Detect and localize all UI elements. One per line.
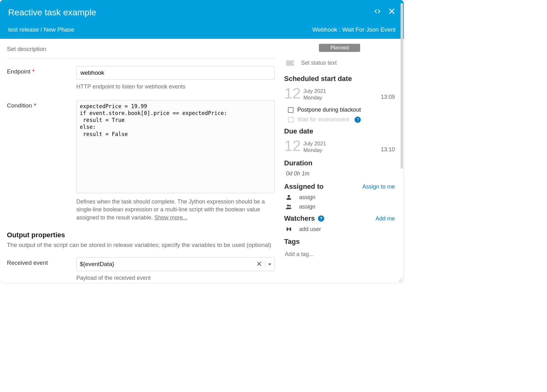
due-date-heading: Due date	[284, 127, 395, 135]
dialog-header: Reactive task example test release / New…	[0, 0, 404, 39]
task-type-label: Webhook : Wait For Json Event	[312, 26, 396, 33]
users-icon	[285, 203, 292, 210]
description-field[interactable]: Set description	[7, 46, 275, 58]
due-date-picker[interactable]: 12 July 2021 Monday 13:10	[284, 138, 395, 153]
start-date-picker[interactable]: 12 July 2021 Monday 13:09	[284, 86, 395, 101]
postpone-checkbox[interactable]	[288, 107, 294, 113]
due-date-day: 12	[284, 138, 301, 153]
due-date-time: 13:10	[381, 146, 395, 153]
watchers-heading: Watchers	[284, 214, 315, 223]
task-side-panel: Planned Scheduled start date 12 July 202…	[284, 39, 404, 283]
condition-input[interactable]	[76, 100, 275, 193]
svg-point-5	[289, 205, 291, 207]
due-date-weekday: Monday	[303, 147, 326, 153]
condition-hint: Defines when the task should complete. T…	[76, 198, 275, 222]
start-date-heading: Scheduled start date	[284, 75, 395, 83]
breadcrumb[interactable]: test release / New Phase	[8, 26, 74, 33]
assign-to-me-link[interactable]: Assign to me	[362, 183, 395, 190]
binoculars-icon	[285, 226, 292, 233]
assign-user-placeholder: assign	[299, 194, 315, 201]
status-badge: Planned	[319, 44, 360, 52]
status-text-input[interactable]	[300, 59, 363, 67]
flag-icon	[286, 60, 295, 66]
postpone-checkbox-label: Postpone during blackout	[297, 107, 361, 113]
resize-grip[interactable]	[398, 277, 402, 282]
received-event-value: ${eventData}	[80, 261, 253, 268]
received-event-label: Received event	[7, 257, 76, 282]
tags-heading: Tags	[284, 238, 395, 246]
svg-rect-6	[287, 228, 288, 231]
received-event-select[interactable]: ${eventData} ✕	[76, 257, 275, 271]
add-watcher-placeholder: add user	[299, 226, 321, 233]
endpoint-input[interactable]	[76, 66, 275, 80]
add-me-link[interactable]: Add me	[376, 215, 395, 222]
wait-env-checkbox	[288, 117, 294, 123]
assigned-to-heading: Assigned to	[284, 183, 324, 191]
svg-point-4	[287, 204, 289, 206]
code-icon[interactable]	[374, 8, 381, 15]
postpone-checkbox-row[interactable]: Postpone during blackout	[288, 107, 395, 113]
start-date-day: 12	[284, 86, 301, 101]
duration-heading: Duration	[284, 159, 395, 167]
help-icon[interactable]: ?	[318, 215, 324, 222]
endpoint-label: Endpoint*	[7, 66, 76, 91]
show-more-link[interactable]: Show more...	[154, 214, 187, 221]
svg-rect-8	[288, 229, 290, 229]
start-date-time: 13:09	[381, 94, 395, 101]
tag-input[interactable]	[284, 251, 395, 258]
svg-rect-7	[290, 228, 291, 231]
start-date-month-year: July 2021	[303, 88, 326, 94]
assign-group-placeholder: assign	[299, 204, 315, 210]
wait-env-checkbox-label: Wait for environment	[297, 116, 349, 123]
dialog-title: Reactive task example	[8, 8, 96, 18]
assign-group-row[interactable]: assign	[285, 203, 395, 210]
svg-point-3	[288, 195, 290, 197]
wait-env-checkbox-row: Wait for environment ?	[288, 116, 395, 123]
duration-value: 0d 0h 1m	[286, 170, 395, 177]
condition-label: Condition*	[7, 100, 76, 222]
scrollbar[interactable]	[401, 3, 403, 169]
assign-user-row[interactable]: assign	[285, 194, 395, 201]
endpoint-hint: HTTP endpoint to listen for webhook even…	[76, 83, 275, 91]
start-date-weekday: Monday	[303, 94, 326, 101]
output-properties-heading: Output properties	[7, 231, 275, 239]
due-date-month-year: July 2021	[303, 140, 326, 147]
help-icon[interactable]: ?	[355, 117, 361, 123]
add-watcher-row[interactable]: add user	[285, 226, 395, 233]
user-icon	[285, 194, 292, 201]
svg-marker-2	[268, 264, 271, 265]
chevron-down-icon[interactable]	[265, 261, 271, 268]
close-icon[interactable]	[388, 8, 396, 15]
received-event-hint: Payload of the received event	[76, 274, 275, 282]
clear-icon[interactable]: ✕	[253, 261, 265, 268]
output-properties-subtitle: The output of the script can be stored i…	[7, 241, 275, 249]
task-main-panel: Set description Endpoint* HTTP endpoint …	[0, 39, 284, 283]
